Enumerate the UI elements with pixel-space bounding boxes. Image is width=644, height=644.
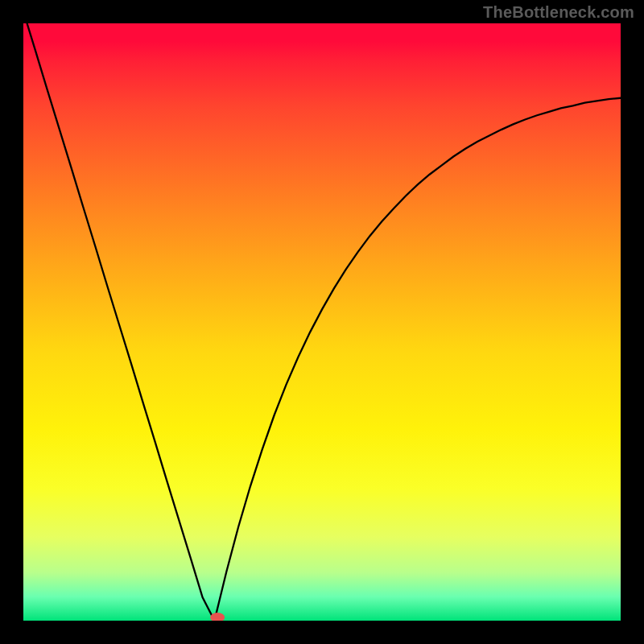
bottleneck-curve	[23, 23, 621, 621]
plot-area	[23, 23, 621, 621]
minimum-marker	[210, 613, 225, 621]
watermark-text: TheBottleneck.com	[483, 3, 634, 22]
curve-overlay	[23, 23, 621, 621]
chart-outer-frame: TheBottleneck.com	[0, 0, 644, 644]
